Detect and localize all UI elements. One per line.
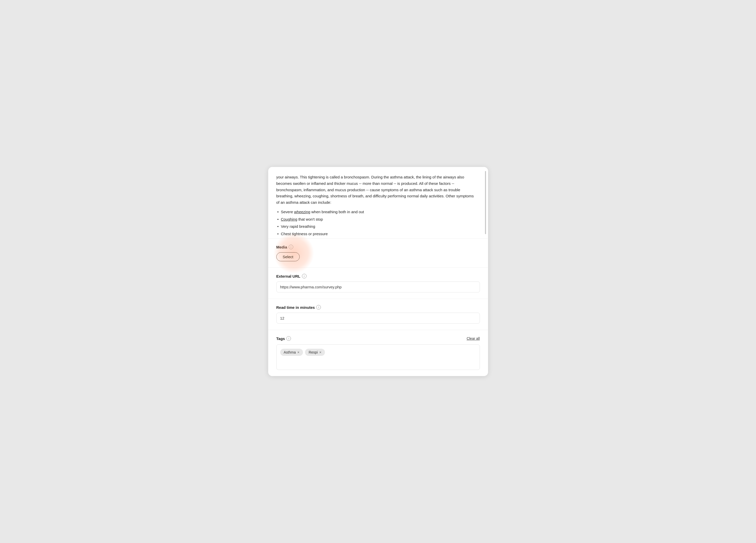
read-time-section: Read time in minutes i <box>268 299 488 330</box>
media-label: Media i <box>276 245 480 249</box>
external-url-label-text: External URL <box>276 274 300 278</box>
wheezing-link: wheezing <box>294 210 310 214</box>
coughing-link: Coughing <box>281 217 297 221</box>
symptoms-list: Severe wheezing when breathing both in a… <box>276 209 475 239</box>
article-body: your airways. This tightening is called … <box>276 174 480 239</box>
scrollbar[interactable] <box>485 171 486 234</box>
external-url-section: External URL i <box>268 268 488 299</box>
list-item: Severe wheezing when breathing both in a… <box>276 209 475 215</box>
tag-label: Asthma <box>284 350 296 354</box>
external-url-label: External URL i <box>276 274 480 278</box>
tags-label: Tags i <box>276 336 291 341</box>
tags-container[interactable]: Asthma × Respi × <box>276 344 480 370</box>
media-select-button[interactable]: Select <box>276 252 300 261</box>
tags-info-icon[interactable]: i <box>286 336 291 341</box>
tag-label: Respi <box>309 350 318 354</box>
tag-remove-respi[interactable]: × <box>319 350 321 354</box>
main-card: your airways. This tightening is called … <box>268 167 488 376</box>
body-paragraph: your airways. This tightening is called … <box>276 174 475 206</box>
tag-chip-asthma: Asthma × <box>280 349 303 356</box>
tag-remove-asthma[interactable]: × <box>297 350 299 354</box>
tags-section: Tags i Clear all Asthma × Respi × <box>268 330 488 376</box>
media-section: Media i Select <box>268 239 488 268</box>
tags-header: Tags i Clear all <box>276 336 480 341</box>
tags-label-text: Tags <box>276 336 285 341</box>
read-time-input[interactable] <box>276 313 480 324</box>
media-label-text: Media <box>276 245 287 249</box>
clear-all-button[interactable]: Clear all <box>467 336 480 341</box>
tag-chip-respi: Respi × <box>305 349 325 356</box>
media-info-icon[interactable]: i <box>289 245 293 249</box>
read-time-label-text: Read time in minutes <box>276 305 315 310</box>
list-item: Very rapid breathing <box>276 223 475 230</box>
external-url-input[interactable] <box>276 281 480 292</box>
list-item: Coughing that won't stop <box>276 216 475 223</box>
read-time-info-icon[interactable]: i <box>316 305 321 310</box>
read-time-label: Read time in minutes i <box>276 305 480 310</box>
external-url-info-icon[interactable]: i <box>302 274 307 278</box>
content-area: your airways. This tightening is called … <box>268 167 488 239</box>
list-item: Chest tightness or pressure <box>276 231 475 237</box>
